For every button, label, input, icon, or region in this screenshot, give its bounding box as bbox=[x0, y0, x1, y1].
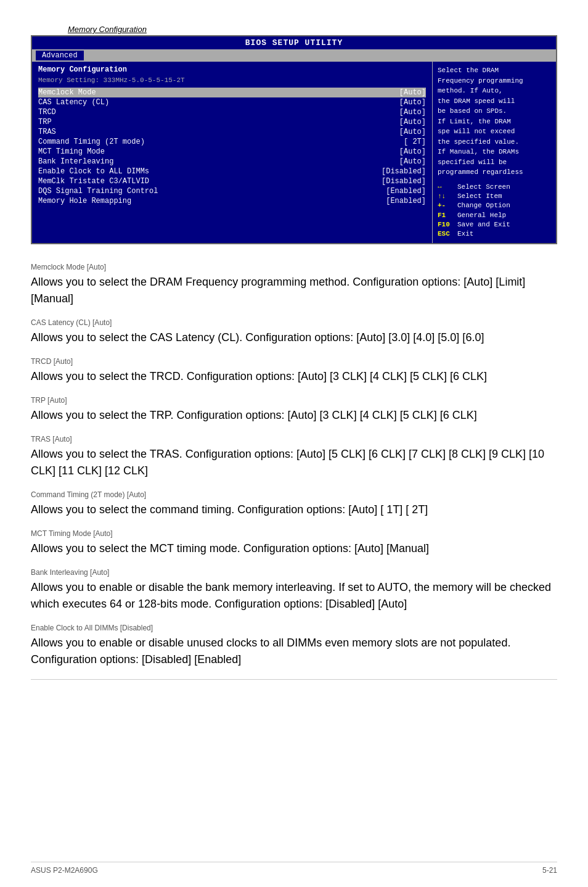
footer-left: ASUS P2-M2A690G bbox=[31, 866, 98, 875]
page-wrapper: Memory Configuration BIOS SETUP UTILITY … bbox=[0, 0, 588, 887]
bios-key-row: ESCExit bbox=[438, 229, 551, 239]
bios-row-label: DQS Signal Training Control bbox=[38, 187, 158, 196]
bios-box: BIOS SETUP UTILITY Advanced Memory Confi… bbox=[31, 35, 557, 244]
bios-title: BIOS SETUP UTILITY bbox=[245, 38, 343, 47]
content-section-command-timing: Command Timing (2T mode) [Auto]Allows yo… bbox=[31, 490, 557, 518]
bios-right-line: the specified value. bbox=[438, 137, 551, 147]
section-body-tras: Allows you to select the TRAS. Configura… bbox=[31, 446, 557, 479]
bios-right-line: the DRAM speed will bbox=[438, 96, 551, 107]
bios-row-label: Enable Clock to ALL DIMMs bbox=[38, 167, 149, 176]
bios-key-label: F1 bbox=[438, 211, 455, 220]
section-label-bank: Bank Interleaving [Auto] bbox=[31, 568, 557, 577]
bios-tabs: Advanced bbox=[32, 49, 556, 62]
bios-key-description: Exit bbox=[457, 229, 473, 239]
bios-header: BIOS SETUP UTILITY bbox=[32, 36, 556, 49]
bios-key-row: ↑↓Select Item bbox=[438, 192, 551, 201]
bios-key-row: F1General Help bbox=[438, 211, 551, 220]
bios-row: Bank Interleaving[Auto] bbox=[38, 157, 426, 167]
bios-row: Memclock Mode[Auto] bbox=[38, 88, 426, 97]
section-label-command-timing: Command Timing (2T mode) [Auto] bbox=[31, 490, 557, 499]
bios-row-label: TRAS bbox=[38, 128, 56, 136]
section-body-bank: Allows you to enable or disable the bank… bbox=[31, 579, 557, 613]
bios-row-value: [Disabled] bbox=[382, 167, 426, 176]
bios-row-value: [Auto] bbox=[399, 147, 426, 156]
bios-row: Memory Hole Remapping[Enabled] bbox=[38, 196, 426, 206]
bios-right-line: Frequency programming bbox=[438, 76, 551, 86]
bios-row-value: [Auto] bbox=[399, 108, 426, 117]
section-label-cas: CAS Latency (CL) [Auto] bbox=[31, 318, 557, 327]
content-section-memclock: Memclock Mode [Auto]Allows you to select… bbox=[31, 263, 557, 307]
bios-subtitle: Memory Setting: 333MHz-5.0-5-5-15-2T bbox=[38, 76, 426, 84]
content-section-bank: Bank Interleaving [Auto]Allows you to en… bbox=[31, 568, 557, 613]
content-sections: Memclock Mode [Auto]Allows you to select… bbox=[31, 263, 557, 680]
content-section-mct: MCT Timing Mode [Auto]Allows you to sele… bbox=[31, 529, 557, 557]
bios-row: DQS Signal Training Control[Enabled] bbox=[38, 186, 426, 196]
bios-key-label: ESC bbox=[438, 229, 455, 239]
bios-row-value: [Auto] bbox=[399, 157, 426, 166]
footer-right: 5-21 bbox=[542, 866, 557, 875]
bios-key-row: ↔Select Screen bbox=[438, 183, 551, 192]
section-body-trcd: Allows you to select the TRCD. Configura… bbox=[31, 368, 557, 385]
bios-left-panel: Memory Configuration Memory Setting: 333… bbox=[32, 62, 433, 243]
section-label-tras: TRAS [Auto] bbox=[31, 435, 557, 444]
bios-key-label: F10 bbox=[438, 220, 455, 229]
bios-right-text: Select the DRAMFrequency programmingmeth… bbox=[438, 65, 551, 178]
bios-row-value: [Disabled] bbox=[382, 177, 426, 186]
bios-section-title: Memory Configuration bbox=[38, 65, 426, 74]
section-label-trcd: TRCD [Auto] bbox=[31, 357, 557, 366]
section-body-command-timing: Allows you to select the command timing.… bbox=[31, 501, 557, 518]
bios-row-value: [Auto] bbox=[399, 98, 426, 107]
content-section-enable-clock: Enable Clock to All DIMMs [Disabled]Allo… bbox=[31, 624, 557, 668]
bios-row-value: [ 2T] bbox=[404, 138, 426, 146]
section-body-mct: Allows you to select the MCT timing mode… bbox=[31, 540, 557, 557]
section-label-memclock: Memclock Mode [Auto] bbox=[31, 263, 557, 271]
bios-rows: Memclock Mode[Auto]CAS Latency (CL)[Auto… bbox=[38, 88, 426, 206]
bios-key-description: General Help bbox=[457, 211, 506, 220]
bios-key-description: Change Option bbox=[457, 201, 510, 210]
bios-row-label: MCT Timing Mode bbox=[38, 147, 105, 156]
bios-content: Memory Configuration Memory Setting: 333… bbox=[32, 62, 556, 243]
section-label-trp: TRP [Auto] bbox=[31, 396, 557, 405]
bios-key-label: ↔ bbox=[438, 183, 455, 192]
bios-row-label: MemClk Tristate C3/ATLVID bbox=[38, 177, 149, 186]
bios-right-line: Select the DRAM bbox=[438, 65, 551, 76]
bios-row-label: Command Timing (2T mode) bbox=[38, 138, 145, 146]
section-label-enable-clock: Enable Clock to All DIMMs [Disabled] bbox=[31, 624, 557, 632]
page-footer: ASUS P2-M2A690G 5-21 bbox=[31, 862, 557, 875]
bios-row: TRAS[Auto] bbox=[38, 127, 426, 137]
bios-row: Command Timing (2T mode)[ 2T] bbox=[38, 137, 426, 147]
section-body-memclock: Allows you to select the DRAM Frequency … bbox=[31, 274, 557, 307]
bios-right-line: If Manual, the DRAMs bbox=[438, 147, 551, 157]
bios-row-label: Memclock Mode bbox=[38, 88, 96, 97]
bios-tab-advanced[interactable]: Advanced bbox=[36, 51, 84, 60]
section-body-enable-clock: Allows you to enable or disable unused c… bbox=[31, 635, 557, 668]
bios-row-label: CAS Latency (CL) bbox=[38, 98, 109, 107]
bios-right-line: method. If Auto, bbox=[438, 86, 551, 96]
section-body-trp: Allows you to select the TRP. Configurat… bbox=[31, 407, 557, 424]
bios-row: Enable Clock to ALL DIMMs[Disabled] bbox=[38, 167, 426, 176]
bios-row-value: [Auto] bbox=[399, 128, 426, 136]
content-section-trcd: TRCD [Auto]Allows you to select the TRCD… bbox=[31, 357, 557, 385]
bios-key-label: ↑↓ bbox=[438, 192, 455, 201]
content-section-tras: TRAS [Auto]Allows you to select the TRAS… bbox=[31, 435, 557, 479]
section-divider bbox=[31, 679, 557, 680]
bios-right-line: programmed regardless bbox=[438, 167, 551, 178]
bios-keys: ↔Select Screen↑↓Select Item+-Change Opti… bbox=[438, 183, 551, 239]
bios-right-line: be based on SPDs. bbox=[438, 106, 551, 117]
section-label-mct: MCT Timing Mode [Auto] bbox=[31, 529, 557, 538]
bios-key-row: +-Change Option bbox=[438, 201, 551, 210]
bios-row-value: [Auto] bbox=[399, 88, 426, 97]
section-body-cas: Allows you to select the CAS Latency (CL… bbox=[31, 329, 557, 346]
bios-key-label: +- bbox=[438, 201, 455, 210]
bios-row-value: [Enabled] bbox=[386, 187, 426, 196]
bios-key-row: F10Save and Exit bbox=[438, 220, 551, 229]
bios-row: TRCD[Auto] bbox=[38, 107, 426, 117]
content-section-trp: TRP [Auto]Allows you to select the TRP. … bbox=[31, 396, 557, 424]
bios-key-description: Save and Exit bbox=[457, 220, 510, 229]
bios-right-line: spe will not exceed bbox=[438, 126, 551, 137]
bios-row: CAS Latency (CL)[Auto] bbox=[38, 97, 426, 107]
bios-right-panel: Select the DRAMFrequency programmingmeth… bbox=[433, 62, 556, 243]
bios-row-label: Bank Interleaving bbox=[38, 157, 113, 166]
bios-screenshot: Memory Configuration BIOS SETUP UTILITY … bbox=[31, 25, 557, 244]
bios-row: MCT Timing Mode[Auto] bbox=[38, 147, 426, 157]
